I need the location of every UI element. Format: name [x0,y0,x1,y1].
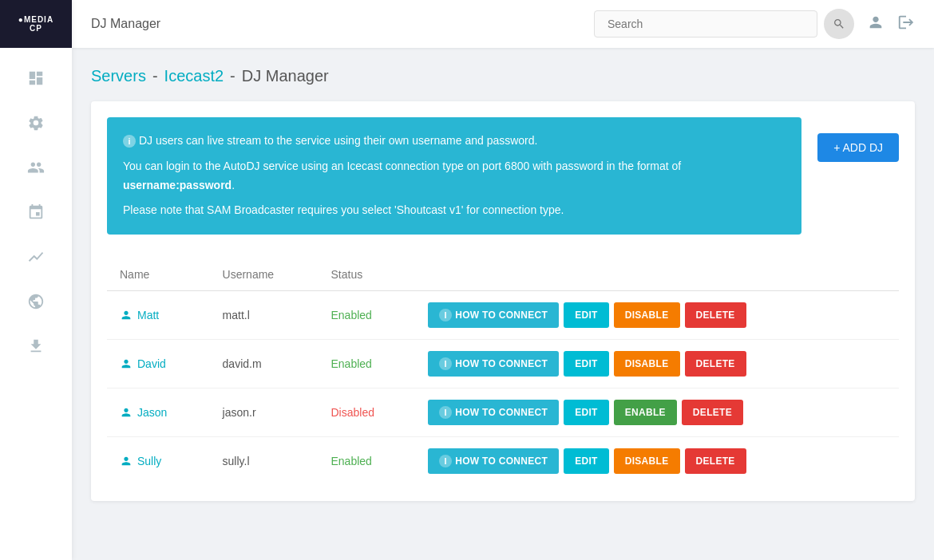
sidebar-item-users[interactable] [0,145,72,190]
disable-button[interactable]: DISABLE [614,302,680,328]
enable-button[interactable]: ENABLE [614,400,677,425]
connect-info-icon: i [439,357,452,370]
dj-username-cell: david.m [210,340,319,388]
search-button[interactable] [824,9,854,39]
how-to-connect-button[interactable]: i HOW TO CONNECT [428,400,559,425]
col-actions [415,258,899,291]
page-title: DJ Manager [91,17,594,31]
table-row: David david.m Enabled i HOW TO CONNECT E… [107,340,899,388]
analytics-icon [27,248,45,266]
dj-table: Name Username Status Matt matt.l Enabled… [107,258,899,485]
breadcrumb-icecast[interactable]: Icecast2 [164,67,224,85]
col-name: Name [107,258,210,291]
how-to-connect-button[interactable]: i HOW TO CONNECT [428,448,559,474]
dashboard-icon [27,69,45,87]
delete-button[interactable]: DELETE [685,351,746,377]
header: DJ Manager [72,0,934,48]
sidebar-item-globe[interactable] [0,279,72,324]
dj-name-cell: Sully [107,437,210,486]
how-to-connect-button[interactable]: i HOW TO CONNECT [428,351,559,377]
dj-username-cell: matt.l [210,291,319,340]
sidebar-item-analytics[interactable] [0,235,72,279]
network-icon [27,203,45,221]
breadcrumb-sep2: - [230,67,235,85]
dj-actions-cell: i HOW TO CONNECT EDIT DISABLE DELETE [415,340,899,388]
sidebar-item-settings[interactable] [0,101,72,145]
dj-actions-cell: i HOW TO CONNECT EDIT DISABLE DELETE [415,437,899,486]
exit-icon [897,14,915,31]
dj-name: Sully [120,455,197,467]
info-icon: i [123,135,136,148]
table-row: Matt matt.l Enabled i HOW TO CONNECT EDI… [107,291,899,340]
content-area: Servers - Icecast2 - DJ Manager i DJ use… [72,48,934,560]
dj-name: Matt [120,309,197,321]
edit-button[interactable]: EDIT [564,448,609,474]
dj-name: Jason [120,406,197,419]
disable-button[interactable]: DISABLE [614,448,680,474]
connect-info-icon: i [439,406,452,419]
dj-name-cell: David [107,340,210,388]
col-username: Username [210,258,319,291]
delete-button[interactable]: DELETE [685,448,746,474]
info-box: i DJ users can live stream to the servic… [107,117,801,235]
sidebar-nav [0,56,72,369]
dj-name-cell: Jason [107,388,210,437]
logout-icon[interactable] [897,14,915,35]
edit-button[interactable]: EDIT [564,351,609,377]
breadcrumb-servers[interactable]: Servers [91,67,146,85]
edit-button[interactable]: EDIT [564,302,609,328]
breadcrumb-sep1: - [152,67,158,85]
col-status: Status [318,258,415,291]
table-row: Jason jason.r Disabled i HOW TO CONNECT … [107,388,899,437]
search-container [594,9,854,39]
info-line1: i DJ users can live stream to the servic… [123,132,786,151]
disable-button[interactable]: DISABLE [614,351,680,377]
delete-button[interactable]: DELETE [682,400,743,425]
settings-icon [27,114,45,132]
dj-name-cell: Matt [107,291,210,340]
dj-username-cell: sully.l [210,437,319,486]
status-badge: Enabled [330,455,371,467]
sidebar: ●MEDIA CP [0,0,72,560]
logo-media: ●MEDIA [18,15,53,24]
edit-button[interactable]: EDIT [564,400,609,425]
main-area: DJ Manager Servers - Icecast2 - DJ Manag… [72,0,934,560]
dj-username-cell: jason.r [210,388,319,437]
search-input[interactable] [594,10,817,37]
connect-info-icon: i [439,455,452,467]
user-icon [120,406,133,419]
sidebar-item-download[interactable] [0,324,72,369]
user-icon [120,455,133,467]
btn-actions: i HOW TO CONNECT EDIT DISABLE DELETE [428,351,886,377]
delete-button[interactable]: DELETE [685,302,746,328]
search-icon [833,18,845,30]
status-badge: Disabled [330,406,374,419]
person-icon [867,14,885,31]
dj-actions-cell: i HOW TO CONNECT EDIT DISABLE DELETE [415,291,899,340]
breadcrumb-current: DJ Manager [242,67,329,85]
breadcrumb: Servers - Icecast2 - DJ Manager [91,67,915,85]
profile-icon[interactable] [867,14,885,35]
info-line2: You can login to the AutoDJ service usin… [123,157,786,195]
add-dj-button[interactable]: + ADD DJ [817,133,899,162]
dj-name: David [120,357,197,370]
dj-actions-cell: i HOW TO CONNECT EDIT ENABLE DELETE [415,388,899,437]
dj-status-cell: Disabled [318,388,415,437]
sidebar-item-dashboard[interactable] [0,56,72,101]
header-icons [867,14,915,35]
btn-actions: i HOW TO CONNECT EDIT ENABLE DELETE [428,400,886,425]
dj-status-cell: Enabled [318,437,415,486]
dj-status-cell: Enabled [318,340,415,388]
info-line3: Please note that SAM Broadcaster require… [123,201,786,220]
user-icon [120,357,133,370]
user-icon [120,309,133,321]
sidebar-item-network[interactable] [0,190,72,235]
logo: ●MEDIA CP [0,0,72,48]
connect-info-icon: i [439,309,452,321]
btn-actions: i HOW TO CONNECT EDIT DISABLE DELETE [428,448,886,474]
download-icon [27,337,45,355]
table-row: Sully sully.l Enabled i HOW TO CONNECT E… [107,437,899,486]
status-badge: Enabled [330,357,371,370]
main-card: i DJ users can live stream to the servic… [91,101,915,501]
how-to-connect-button[interactable]: i HOW TO CONNECT [428,302,559,328]
